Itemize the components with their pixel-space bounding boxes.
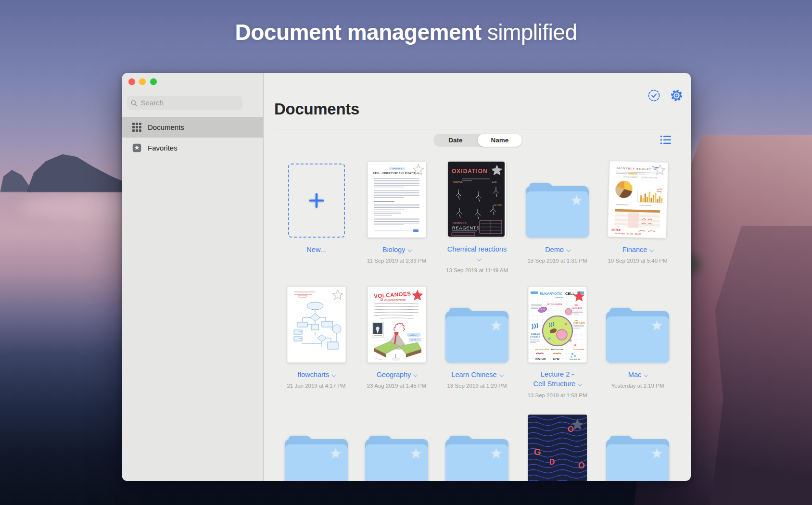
svg-text:ALkOHOL: ALkOHOL (453, 181, 463, 183)
folder-tile[interactable] (276, 415, 356, 481)
settings-gear-icon[interactable] (670, 89, 683, 102)
svg-text:LIPID: LIPID (553, 357, 559, 360)
document-date: Yesterday at 2:19 PM (611, 382, 664, 390)
sort-option-name[interactable]: Name (478, 134, 522, 147)
svg-text:RETICULUM: RETICULUM (551, 348, 563, 351)
documents-grid-row: GOODOO (276, 415, 678, 481)
svg-text:O: O (531, 479, 537, 481)
svg-text:D: D (549, 458, 555, 466)
chevron-down-icon[interactable] (649, 247, 654, 252)
document-name[interactable]: Chemical reactions (445, 244, 509, 264)
folder-thumbnail (445, 306, 508, 363)
svg-text:ENDOPLASMIC: ENDOPLASMIC (535, 348, 550, 351)
folder-tile[interactable] (597, 415, 678, 481)
cell-page-thumbnail: EUKARYOTIC CELL DIAGRAM MITOCHONDRIA THE… (528, 287, 587, 363)
folder-tile[interactable]: Demo13 Sep 2019 at 1:31 PM (517, 162, 597, 274)
folder-tile[interactable]: MacYesterday at 2:19 PM (597, 287, 678, 399)
svg-text:NOTES: NOTES (611, 228, 621, 231)
app-window: Documents Favorites Documents Date (122, 73, 691, 481)
document-date: 13 Sep 2019 at 1:29 PM (447, 382, 507, 390)
document-name[interactable]: Demo (545, 245, 570, 254)
document-tile[interactable]: MONTHLY BUDGET ACTUAL SUMMARYBUDGET VS. … (597, 162, 678, 274)
chevron-down-icon[interactable] (644, 372, 648, 377)
new-document-tile[interactable]: New... (276, 162, 356, 274)
svg-text:EUKARYOTIC: EUKARYOTIC (540, 291, 562, 296)
document-date: 21 Jan 2019 at 4:17 PM (287, 382, 345, 390)
document-tile[interactable]: OXIDATION ALkOHOL ACID KETONE OXIDISING … (437, 162, 517, 274)
document-name[interactable]: Geography (377, 370, 417, 379)
chevron-down-icon[interactable] (413, 372, 418, 377)
sync-check-icon[interactable] (647, 89, 660, 102)
document-tile[interactable]: flowcharts21 Jan 2019 at 4:17 PM (276, 287, 356, 399)
svg-text:LYSOSOMES: LYSOSOMES (573, 349, 584, 351)
documents-grid-row: flowcharts21 Jan 2019 at 4:17 PM VOLCANO… (276, 287, 678, 399)
hero-headline-light: simplified (481, 20, 577, 45)
sidebar-item-favorites[interactable]: Favorites (122, 138, 263, 158)
list-view-icon[interactable] (660, 135, 672, 145)
document-name[interactable]: Learn Chinese (451, 370, 502, 379)
svg-text:ACTUAL SUMMARY: ACTUAL SUMMARY (623, 176, 638, 178)
page-title: Documents (274, 100, 359, 118)
chevron-down-icon[interactable] (566, 247, 571, 252)
folder-thumbnail (285, 434, 348, 481)
search-field[interactable] (127, 96, 242, 110)
document-name[interactable]: flowcharts (298, 370, 335, 379)
document-date: 11 Sep 2019 at 2:33 PM (367, 257, 426, 265)
close-button[interactable] (128, 78, 135, 85)
svg-text:ash fall: ash fall (411, 339, 416, 341)
sort-option-date[interactable]: Date (433, 134, 478, 147)
svg-text:APPARATUS: APPARATUS (530, 336, 541, 338)
document-name[interactable]: Biology (382, 245, 411, 254)
document-name[interactable]: Mac (628, 370, 647, 379)
sidebar-item-documents[interactable]: Documents (122, 117, 263, 138)
chevron-down-icon[interactable] (578, 381, 583, 386)
document-date: 10 Sep 2019 at 5:40 PM (608, 257, 667, 265)
svg-text:CHAPTER 4: CHAPTER 4 (392, 168, 401, 170)
svg-text:CELL: CELL (565, 291, 575, 296)
document-date: 13 Sep 2019 at 11:49 AM (445, 266, 509, 274)
chevron-down-icon[interactable] (476, 256, 481, 261)
chevron-down-icon[interactable] (499, 372, 504, 377)
document-name[interactable]: Finance (622, 245, 653, 254)
search-icon (131, 100, 137, 106)
chemistry-page-thumbnail: OXIDATION ALkOHOL ACID KETONE OXIDISING … (448, 162, 507, 238)
plus-icon (308, 192, 325, 209)
document-tile[interactable]: VOLCANOES VOLCANIC ERUPTIONS cloud layer… (356, 287, 437, 399)
zoom-button[interactable] (150, 78, 157, 85)
document-tile[interactable]: EUKARYOTIC CELL DIAGRAM MITOCHONDRIA THE… (517, 287, 597, 399)
minimize-button[interactable] (139, 78, 146, 85)
svg-text:CYTOPLASM: CYTOPLASM (573, 322, 585, 324)
notebook-tile[interactable]: GOODOO (517, 415, 597, 481)
finance-page-thumbnail: MONTHLY BUDGET ACTUAL SUMMARYBUDGET VS. … (607, 161, 668, 238)
sort-segmented-control: Date Name (433, 134, 522, 147)
folder-thumbnail (445, 434, 508, 481)
search-input[interactable] (140, 98, 239, 107)
sidebar: Documents Favorites (122, 73, 264, 481)
good-notebook-thumbnail: GOODOO (528, 415, 587, 481)
document-tile[interactable]: CHAPTER 4 CELL - STRUCTURE AND FUNCTION … (356, 162, 437, 274)
svg-text:O: O (578, 461, 585, 470)
document-name[interactable]: Lecture 2 -Cell Structure (533, 369, 582, 389)
folder-tile[interactable]: Learn Chinese13 Sep 2019 at 1:29 PM (437, 287, 517, 399)
document-date: 13 Sep 2019 at 1:58 PM (527, 391, 587, 399)
svg-text:DIAGRAM: DIAGRAM (555, 297, 563, 299)
svg-text:PROTEIN: PROTEIN (535, 357, 546, 360)
document-name[interactable]: New... (306, 245, 326, 254)
new-document-dropzone (288, 164, 345, 238)
svg-text:REAGENTS: REAGENTS (452, 226, 480, 230)
svg-text:NUCLEUS: NUCLEUS (572, 307, 582, 309)
chevron-down-icon[interactable] (331, 372, 336, 377)
svg-text:OXIDATION: OXIDATION (452, 168, 488, 175)
folder-thumbnail (606, 306, 669, 363)
svg-text:ACID: ACID (492, 181, 497, 183)
chevron-down-icon[interactable] (407, 247, 412, 252)
divider (274, 129, 679, 129)
folder-tile[interactable] (356, 415, 437, 481)
bookmark-star-icon (132, 143, 141, 153)
folder-thumbnail (526, 181, 589, 238)
svg-text:MITOCHONDRIA: MITOCHONDRIA (547, 303, 563, 305)
hero-headline: Document management simplified (0, 19, 812, 45)
geography-page-thumbnail: VOLCANOES VOLCANIC ERUPTIONS cloud layer… (368, 287, 426, 363)
svg-text:KETONE: KETONE (494, 204, 502, 206)
folder-tile[interactable] (437, 415, 517, 481)
